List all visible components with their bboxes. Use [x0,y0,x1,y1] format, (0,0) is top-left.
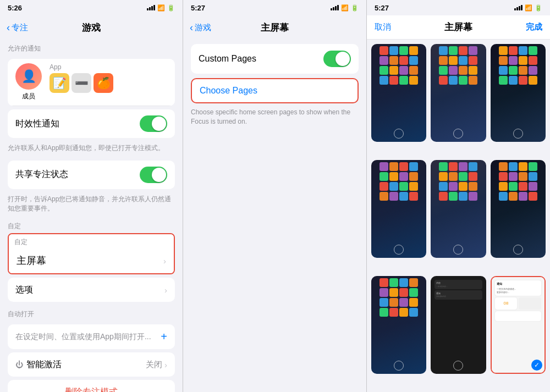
custom-pages-title: Custom Pages [199,54,323,64]
home-indicator-2 [453,129,463,139]
home-indicator-4 [394,245,404,255]
options-title: 选项 [15,284,164,296]
smart-activate-chevron: › [164,360,167,369]
page-thumb-8[interactable]: 消息 一条消息内容... 通知 系统通知内容 [431,276,486,374]
status-bar-2: 5:27 📶 🔋 [183,0,366,15]
panel2-scroll[interactable]: Custom Pages Choose Pages Choose specifi… [183,40,366,392]
home-indicator-7 [394,361,404,371]
back-button-2[interactable]: ‹ 游戏 [190,22,211,34]
app-icon-3: 🍊 [94,73,113,93]
app-label: App [50,63,61,71]
timed-notification-group: 时效性通知 [8,109,175,138]
timed-notification-row[interactable]: 时效性通知 [8,109,175,138]
signal-icon-3 [514,5,522,10]
avatar: 👤 [15,63,42,90]
smart-activate-title: 智能激活 [26,359,146,371]
page-thumb-4[interactable] [371,160,426,258]
shared-status-toggle[interactable] [140,167,167,183]
app-icon-2: ➖ [72,73,91,93]
page-content-9: 通知 一些文本内容描述... 更多内容行... 08 [492,277,544,373]
choose-pages-box[interactable]: Choose Pages [191,78,359,103]
page-thumb-7[interactable] [371,276,426,374]
chevron-left-icon: ‹ [7,22,10,34]
smart-activate-row[interactable]: ⏻ 智能激活 关闭 › [8,352,175,377]
smart-activate-group: ⏻ 智能激活 关闭 › [8,352,175,377]
done-button[interactable]: 完成 [526,22,542,32]
panel-page-picker: 5:27 📶 🔋 取消 主屏幕 完成 [367,0,550,392]
nav-title-1: 游戏 [82,21,101,34]
status-icons-2: 📶 🔋 [331,4,359,12]
home-indicator-3 [513,129,523,139]
power-icon: ⏻ [15,360,23,369]
smart-activate-value: 关闭 [146,360,162,370]
toggle-knob-3 [336,52,350,66]
timed-subtext: 允许联系人和App即刻通知您，即使已打开专注模式。 [0,141,183,157]
page-content-3 [491,44,546,142]
delete-label: 删除专注模式 [65,387,118,392]
page-content-4 [371,160,426,258]
page-thumb-9[interactable]: 通知 一些文本内容描述... 更多内容行... 08 ✓ [491,276,546,374]
panel1-scroll[interactable]: 允许的通知 👤 成员 App 📝 ➖ 🍊 [0,40,183,392]
page-content-8: 消息 一条消息内容... 通知 系统通知内容 [431,276,486,374]
home-indicator-6 [513,245,523,255]
page-thumb-5[interactable] [431,160,486,258]
time-3: 5:27 [375,4,389,12]
shared-status-group: 共享专注状态 [8,161,175,189]
add-icon[interactable]: + [161,330,167,343]
battery-icon: 🔋 [167,4,175,12]
timed-notification-toggle[interactable] [140,115,167,132]
page-content-1 [371,44,426,142]
home-indicator-8 [453,361,463,371]
options-chevron: › [164,285,167,295]
app-icon-1: 📝 [50,73,69,93]
wifi-icon-3: 📶 [525,4,532,12]
page-content-2 [431,44,486,142]
auto-open-label: 自动打开 [0,305,183,321]
members-item: 👤 成员 [15,63,42,101]
nav-title-2: 主屏幕 [261,21,289,34]
battery-icon-3: 🔋 [535,4,542,12]
cancel-button[interactable]: 取消 [375,22,391,32]
pages-grid[interactable]: 消息 一条消息内容... 通知 系统通知内容 通知 一些文本内容描述... [367,40,550,392]
status-icons-3: 📶 🔋 [514,4,542,12]
page-picker-nav: 取消 主屏幕 完成 [367,15,550,40]
custom-pages-section: Custom Pages [191,44,359,74]
choose-pages-subtext: Choose specific home screen pages to sho… [183,103,366,133]
back-label-2: 游戏 [195,23,211,33]
custom-pages-row[interactable]: Custom Pages [191,44,359,74]
signal-icon-2 [331,5,339,10]
auto-open-row[interactable]: 在设定时间、位置或使用App期间打开... + [8,324,175,349]
page-content-6 [491,160,546,258]
page-thumb-1[interactable] [371,44,426,142]
options-row[interactable]: 选项 › [8,278,175,302]
auto-open-placeholder: 在设定时间、位置或使用App期间打开... [15,332,161,342]
choose-pages-text: Choose Pages [200,86,257,95]
signal-icon [147,5,155,10]
shared-subtext: 打开时，告诉App您已将通知静音，并允许联系人仍然通知您重要事件。 [0,192,183,218]
options-group: 选项 › [8,278,175,302]
customize-inner-label: 自定 [9,234,174,248]
home-indicator-1 [394,129,404,139]
page-thumb-6[interactable] [491,160,546,258]
customize-label: 自定 [0,217,183,233]
panel-home-screen-settings: 5:27 📶 🔋 ‹ 游戏 主屏幕 Custom Pages [183,0,367,392]
page-thumb-2[interactable] [431,44,486,142]
page-picker-title: 主屏幕 [444,21,472,34]
back-button-1[interactable]: ‹ 专注 [7,22,28,34]
customize-highlighted-box: 自定 主屏幕 › [8,233,175,274]
delete-focus-row[interactable]: 删除专注模式 [8,380,175,392]
back-label-1: 专注 [12,23,28,33]
members-row[interactable]: 👤 成员 App 📝 ➖ 🍊 [8,59,175,106]
custom-pages-toggle[interactable] [323,51,351,67]
nav-bar-2: ‹ 游戏 主屏幕 [183,15,366,40]
toggle-knob [152,117,166,131]
shared-status-title: 共享专注状态 [15,169,140,180]
page-content-7 [371,276,426,374]
app-icons: 📝 ➖ 🍊 [50,73,113,93]
notifications-label: 允许的通知 [0,40,183,56]
page-thumb-3[interactable] [491,44,546,142]
home-screen-row[interactable]: 主屏幕 › [9,248,174,273]
auto-open-group: 在设定时间、位置或使用App期间打开... + [8,324,175,349]
chevron-left-icon-2: ‹ [190,22,193,34]
shared-status-row[interactable]: 共享专注状态 [8,161,175,189]
